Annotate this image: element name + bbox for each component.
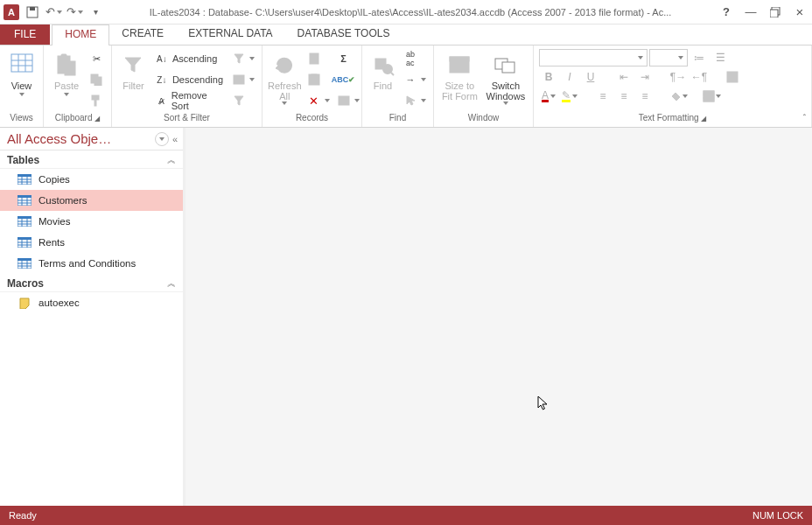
size-to-fit-button[interactable]: Size to Fit Form: [439, 47, 480, 102]
nav-section-tables[interactable]: Tables ︽: [0, 150, 183, 169]
bold-button[interactable]: B: [539, 68, 558, 86]
save-icon[interactable]: [24, 4, 40, 20]
save-record-button[interactable]: [305, 70, 332, 89]
tab-database-tools[interactable]: DATABASE TOOLS: [285, 24, 402, 45]
italic-button[interactable]: I: [560, 68, 579, 86]
remove-sort-icon: A̷: [155, 94, 168, 108]
close-icon[interactable]: ×: [791, 4, 808, 21]
nav-menu-icon[interactable]: [155, 132, 169, 146]
quick-access-toolbar: A ↶ ↷ ▾: [4, 4, 103, 20]
cut-button[interactable]: ✂: [88, 49, 105, 68]
more-records-button[interactable]: [335, 91, 361, 110]
replace-button[interactable]: abac: [402, 49, 428, 68]
ascending-button[interactable]: A↓Ascending: [153, 49, 225, 68]
table-icon: [18, 194, 32, 206]
qat-customize-icon[interactable]: ▾: [88, 4, 103, 20]
paste-button[interactable]: Paste: [49, 47, 84, 96]
refresh-label: Refresh All: [268, 80, 302, 102]
font-size-combo[interactable]: [649, 49, 688, 66]
group-views: View Views: [0, 46, 44, 127]
bullets-button[interactable]: ≔: [690, 49, 709, 66]
tab-create[interactable]: CREATE: [109, 24, 176, 45]
window-title: IL-ates2034 : Database- C:\Users\user4\D…: [103, 7, 718, 18]
filter-icon: [119, 51, 147, 79]
filter-label: Filter: [122, 80, 144, 91]
group-window: Size to Fit Form Switch Windows Window: [434, 46, 534, 127]
remove-sort-button[interactable]: A̷Remove Sort: [153, 91, 225, 110]
format-painter-button[interactable]: [88, 91, 105, 110]
find-button[interactable]: Find: [368, 47, 398, 91]
nav-section-macros[interactable]: Macros ︽: [0, 274, 183, 292]
tab-file[interactable]: FILE: [0, 24, 50, 45]
minimize-icon[interactable]: —: [742, 4, 760, 21]
help-icon[interactable]: ?: [718, 4, 735, 21]
highlight-button[interactable]: ✎: [560, 88, 579, 105]
svg-rect-26: [450, 57, 469, 61]
ltr-button[interactable]: ¶→: [668, 68, 688, 86]
collapse-ribbon-icon[interactable]: ˆ: [803, 114, 806, 123]
table-icon: [18, 257, 32, 270]
macro-icon: [18, 297, 32, 309]
font-family-combo[interactable]: [539, 49, 648, 66]
font-color-button[interactable]: A: [539, 88, 558, 105]
new-record-button[interactable]: [305, 49, 332, 68]
undo-icon[interactable]: ↶: [46, 4, 61, 20]
increase-indent-button[interactable]: ⇥: [635, 68, 654, 86]
advanced-filter-button[interactable]: [230, 70, 256, 89]
tables-list: CopiesCustomersMoviesRentsTerms and Cond…: [0, 169, 183, 274]
align-center-button[interactable]: ≡: [614, 88, 634, 105]
svg-rect-20: [312, 74, 317, 78]
filter-extra-buttons: [230, 47, 256, 110]
nav-item-macro[interactable]: autoexec: [0, 292, 183, 313]
selection-filter-button[interactable]: [230, 49, 256, 68]
group-records: Refresh All ✕ Σ ABC✔ Records: [262, 46, 362, 127]
switch-windows-button[interactable]: Switch Windows: [484, 47, 528, 105]
delete-record-button[interactable]: ✕: [305, 91, 332, 110]
select-button[interactable]: [402, 91, 428, 110]
outdent-icon: ⇤: [620, 71, 628, 83]
nav-item-table[interactable]: Movies: [0, 211, 183, 232]
svg-point-23: [383, 65, 392, 74]
tab-home[interactable]: HOME: [52, 24, 109, 45]
alt-row-icon: [703, 90, 715, 102]
redo-icon[interactable]: ↷: [66, 4, 82, 20]
tab-external-data[interactable]: EXTERNAL DATA: [176, 24, 284, 45]
nav-header[interactable]: All Access Obje… «: [0, 128, 183, 150]
nav-item-table[interactable]: Copies: [0, 169, 183, 190]
nav-collapse-icon[interactable]: «: [172, 134, 178, 144]
alt-row-color-button[interactable]: [702, 88, 721, 105]
view-label: View: [11, 80, 32, 91]
svg-rect-13: [94, 77, 102, 86]
nav-item-table[interactable]: Terms and Conditions: [0, 253, 183, 274]
nav-item-label: Copies: [38, 174, 70, 185]
goto-icon: →: [403, 73, 417, 87]
copy-button[interactable]: [88, 70, 105, 89]
underline-button[interactable]: U: [581, 68, 600, 86]
rtl-button[interactable]: ←¶: [690, 68, 709, 86]
filter-button[interactable]: Filter: [117, 47, 150, 91]
align-left-button[interactable]: ≡: [593, 88, 612, 105]
nav-item-label: Terms and Conditions: [38, 258, 136, 269]
nav-item-table[interactable]: Customers: [0, 190, 183, 211]
nav-item-table[interactable]: Rents: [0, 232, 183, 253]
goto-button[interactable]: →: [402, 70, 428, 89]
gridlines-button[interactable]: [723, 68, 742, 86]
group-label-views: Views: [5, 113, 38, 126]
refresh-all-button[interactable]: Refresh All: [268, 47, 302, 105]
view-button[interactable]: View: [5, 47, 38, 96]
copy-icon: [89, 73, 103, 87]
switch-windows-icon: [492, 51, 520, 79]
toggle-filter-button[interactable]: [230, 91, 256, 110]
svg-rect-15: [94, 100, 96, 106]
decrease-indent-button[interactable]: ⇤: [614, 68, 634, 86]
descending-button[interactable]: Z↓Descending: [153, 70, 225, 89]
spelling-button[interactable]: ABC✔: [335, 70, 361, 89]
totals-button[interactable]: Σ: [335, 49, 361, 68]
fill-color-button[interactable]: [668, 88, 688, 105]
selection-icon: [232, 52, 246, 66]
body-area: All Access Obje… « Tables ︽ CopiesCustom…: [0, 128, 812, 506]
restore-icon[interactable]: [766, 4, 784, 21]
group-clipboard: Paste ✂ Clipboard ◢: [44, 46, 112, 127]
align-right-button[interactable]: ≡: [635, 88, 654, 105]
numbering-button[interactable]: ☰: [710, 49, 730, 66]
